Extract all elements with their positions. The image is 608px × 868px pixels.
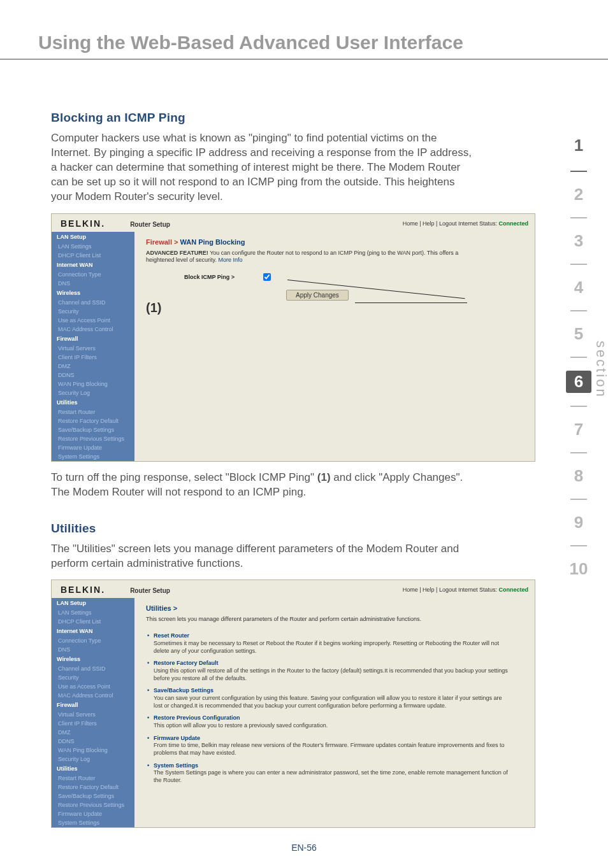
utility-item-desc: From time to time, Belkin may release ne… bbox=[154, 742, 510, 757]
nav-item[interactable]: Restart Router bbox=[52, 408, 134, 416]
nav-item[interactable]: System Settings bbox=[52, 452, 134, 461]
nav-item[interactable]: Virtual Servers bbox=[52, 710, 134, 719]
tab-8[interactable]: 8 bbox=[566, 466, 591, 486]
tab-div-7 bbox=[570, 452, 587, 453]
nav-heading[interactable]: LAN Setup bbox=[52, 598, 134, 608]
tab-6-active[interactable]: 6 bbox=[566, 371, 591, 393]
after-shot1-t1: To turn off the ping response, select "B… bbox=[51, 471, 317, 483]
nav-item[interactable]: Restore Previous Settings bbox=[52, 800, 134, 809]
block-icmp-label: Block ICMP Ping > bbox=[184, 274, 261, 280]
utility-item[interactable]: Firmware UpdateFrom time to time, Belkin… bbox=[154, 735, 526, 762]
nav-item[interactable]: Use as Access Point bbox=[52, 682, 134, 691]
nav-item[interactable]: System Settings bbox=[52, 818, 134, 827]
shot2-status-bar: Home | Help | Logout Internet Status: Co… bbox=[403, 587, 528, 593]
nav-item[interactable]: Connection Type bbox=[52, 636, 134, 645]
page-title: Using the Web-Based Advanced User Interf… bbox=[0, 32, 608, 60]
tab-2[interactable]: 2 bbox=[566, 185, 591, 204]
shot1-breadcrumb: Firewall > WAN Ping Blocking bbox=[146, 238, 526, 246]
nav-item[interactable]: Restore Previous Settings bbox=[52, 434, 134, 443]
tab-10[interactable]: 10 bbox=[566, 559, 591, 579]
shot1-status-bar: Home | Help | Logout Internet Status: Co… bbox=[403, 220, 528, 227]
tab-1[interactable]: 1 bbox=[566, 136, 591, 155]
topbar-status: Connected bbox=[498, 220, 528, 227]
utility-item-desc: The System Settings page is where you ca… bbox=[154, 769, 510, 784]
nav-item[interactable]: Virtual Servers bbox=[52, 344, 134, 353]
nav-heading[interactable]: Wireless bbox=[52, 288, 134, 298]
nav-item[interactable]: DDNS bbox=[52, 371, 134, 380]
nav-heading[interactable]: Firewall bbox=[52, 334, 134, 344]
nav-item[interactable]: DDNS bbox=[52, 737, 134, 746]
apply-changes-button[interactable]: Apply Changes bbox=[286, 290, 349, 301]
topbar-links[interactable]: Home | Help | Logout Internet Status: bbox=[403, 220, 499, 227]
utility-item[interactable]: Restore Factory DefaultUsing this option… bbox=[154, 660, 526, 687]
block-icmp-checkbox[interactable] bbox=[263, 273, 271, 281]
nav-item[interactable]: Restart Router bbox=[52, 774, 134, 783]
nav-item[interactable]: Firmware Update bbox=[52, 809, 134, 818]
tab-5[interactable]: 5 bbox=[566, 324, 591, 344]
nav-item[interactable]: Use as Access Point bbox=[52, 316, 134, 325]
nav-item[interactable]: WAN Ping Blocking bbox=[52, 746, 134, 755]
utility-item[interactable]: System SettingsThe System Settings page … bbox=[154, 762, 526, 790]
nav-item[interactable]: WAN Ping Blocking bbox=[52, 380, 134, 388]
content-area: Blocking an ICMP Ping Computer hackers u… bbox=[0, 111, 529, 828]
nav-item[interactable]: Security bbox=[52, 307, 134, 316]
tab-div-1 bbox=[570, 171, 587, 172]
shot2-sidebar[interactable]: LAN SetupLAN SettingsDHCP Client ListInt… bbox=[52, 598, 134, 827]
nav-item[interactable]: Restore Factory Default bbox=[52, 783, 134, 792]
tab-4[interactable]: 4 bbox=[566, 278, 591, 297]
nav-item[interactable]: Connection Type bbox=[52, 270, 134, 279]
nav-item[interactable]: Save/Backup Settings bbox=[52, 792, 134, 800]
nav-item[interactable]: DHCP Client List bbox=[52, 617, 134, 626]
nav-item[interactable]: Security Log bbox=[52, 388, 134, 397]
utility-item-title: Restore Previous Configuration bbox=[154, 715, 526, 722]
topbar-links-2[interactable]: Home | Help | Logout Internet Status: bbox=[403, 587, 499, 593]
nav-item[interactable]: LAN Settings bbox=[52, 242, 134, 251]
shot2-breadcrumb: Utilities > bbox=[146, 604, 526, 612]
nav-heading[interactable]: Wireless bbox=[52, 654, 134, 664]
nav-item[interactable]: Channel and SSID bbox=[52, 298, 134, 307]
topbar-status-2: Connected bbox=[498, 587, 528, 593]
nav-heading[interactable]: Utilities bbox=[52, 764, 134, 774]
nav-item[interactable]: DHCP Client List bbox=[52, 251, 134, 260]
logo-dot: . bbox=[101, 218, 105, 229]
nav-item[interactable]: Firmware Update bbox=[52, 443, 134, 452]
logo-dot-2: . bbox=[101, 585, 105, 595]
nav-item[interactable]: DMZ bbox=[52, 728, 134, 737]
shot1-sidebar[interactable]: LAN SetupLAN SettingsDHCP Client ListInt… bbox=[52, 232, 134, 461]
nav-heading[interactable]: LAN Setup bbox=[52, 232, 134, 242]
nav-item[interactable]: Channel and SSID bbox=[52, 664, 134, 673]
shot1-main: Firewall > WAN Ping Blocking ADVANCED FE… bbox=[134, 232, 535, 461]
tab-7[interactable]: 7 bbox=[566, 420, 591, 439]
tab-9[interactable]: 9 bbox=[566, 513, 591, 532]
shot1-logo-wrap: BELKIN. Router Setup bbox=[61, 218, 170, 229]
shot1-crumb-a: Firewall > bbox=[146, 238, 180, 246]
page-number: EN-56 bbox=[0, 843, 608, 853]
nav-item[interactable]: Save/Backup Settings bbox=[52, 425, 134, 434]
shot1-desc: ADVANCED FEATURE! You can configure the … bbox=[146, 250, 471, 264]
nav-item[interactable]: Client IP Filters bbox=[52, 353, 134, 362]
utility-item[interactable]: Save/Backup SettingsYou can save your cu… bbox=[154, 687, 526, 715]
nav-heading[interactable]: Internet WAN bbox=[52, 260, 134, 270]
nav-item[interactable]: DNS bbox=[52, 279, 134, 288]
heading-icmp: Blocking an ICMP Ping bbox=[51, 111, 478, 125]
nav-heading[interactable]: Utilities bbox=[52, 397, 134, 408]
more-info-link[interactable]: More Info bbox=[218, 257, 242, 263]
shot2-body: LAN SetupLAN SettingsDHCP Client ListInt… bbox=[52, 598, 535, 827]
nav-item[interactable]: Security Log bbox=[52, 755, 134, 764]
utility-item[interactable]: Restore Previous ConfigurationThis optio… bbox=[154, 715, 526, 734]
nav-item[interactable]: DNS bbox=[52, 645, 134, 654]
utility-item-title: System Settings bbox=[154, 762, 526, 770]
shot2-logo-wrap: BELKIN. Router Setup bbox=[61, 584, 170, 595]
nav-item[interactable]: Restore Factory Default bbox=[52, 416, 134, 425]
nav-item[interactable]: MAC Address Control bbox=[52, 691, 134, 700]
nav-item[interactable]: LAN Settings bbox=[52, 608, 134, 617]
shot2-main: Utilities > This screen lets you manage … bbox=[134, 598, 535, 827]
tab-3[interactable]: 3 bbox=[566, 231, 591, 251]
nav-item[interactable]: Client IP Filters bbox=[52, 719, 134, 728]
nav-heading[interactable]: Internet WAN bbox=[52, 626, 134, 636]
nav-item[interactable]: Security bbox=[52, 673, 134, 682]
nav-item[interactable]: MAC Address Control bbox=[52, 325, 134, 334]
utility-item[interactable]: Reset RouterSometimes it may be necessar… bbox=[154, 632, 526, 660]
nav-item[interactable]: DMZ bbox=[52, 362, 134, 371]
nav-heading[interactable]: Firewall bbox=[52, 700, 134, 710]
